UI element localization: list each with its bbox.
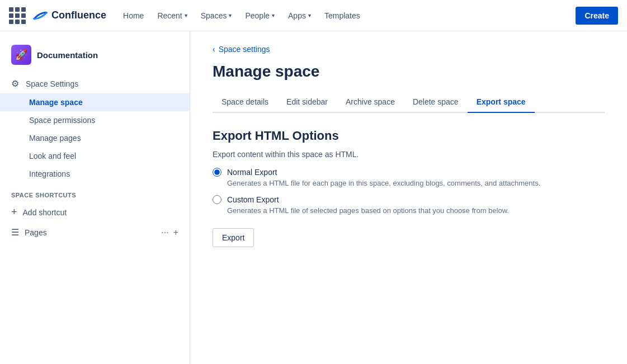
chevron-down-icon: ▾ xyxy=(185,12,187,18)
sidebar-pages-row[interactable]: ☰ Pages ··· + xyxy=(0,223,190,242)
sidebar-item-space-permissions[interactable]: Space permissions xyxy=(0,111,190,129)
app-switcher-button[interactable] xyxy=(9,7,26,24)
nav-templates[interactable]: Templates xyxy=(319,8,366,23)
tab-archive-space[interactable]: Archive space xyxy=(337,92,404,113)
sidebar-pages-left: ☰ Pages xyxy=(11,227,47,238)
normal-export-desc: Generates a HTML file for each page in t… xyxy=(213,179,605,187)
ellipsis-icon[interactable]: ··· xyxy=(161,228,168,238)
back-arrow-icon: ‹ xyxy=(213,45,215,54)
sidebar-item-manage-pages[interactable]: Manage pages xyxy=(0,129,190,147)
add-page-icon[interactable]: + xyxy=(173,228,178,238)
sidebar-item-look-and-feel[interactable]: Look and feel xyxy=(0,147,190,165)
tab-export-space[interactable]: Export space xyxy=(468,92,535,113)
custom-export-desc: Generates a HTML file of selected pages … xyxy=(213,206,605,215)
nav-apps[interactable]: Apps ▾ xyxy=(282,8,317,23)
sidebar-space-name: Documentation xyxy=(37,50,98,60)
tab-edit-sidebar[interactable]: Edit sidebar xyxy=(277,92,337,113)
chevron-down-icon: ▾ xyxy=(308,12,311,18)
chevron-down-icon: ▾ xyxy=(272,12,275,18)
nav-spaces[interactable]: Spaces ▾ xyxy=(195,8,238,23)
sidebar-item-integrations[interactable]: Integrations xyxy=(0,165,190,183)
topnav-links: Home Recent ▾ Spaces ▾ People ▾ Apps ▾ T… xyxy=(117,8,571,23)
normal-export-option: Normal Export Generates a HTML file for … xyxy=(213,168,605,187)
custom-export-label[interactable]: Custom Export xyxy=(213,195,605,204)
sidebar-item-space-settings[interactable]: ⚙ Space Settings xyxy=(0,74,190,93)
plus-icon: + xyxy=(11,206,17,218)
sidebar-pages-actions: ··· + xyxy=(161,228,178,238)
export-button[interactable]: Export xyxy=(213,228,254,247)
nav-home[interactable]: Home xyxy=(117,8,149,23)
nav-people[interactable]: People ▾ xyxy=(239,8,280,23)
custom-export-option: Custom Export Generates a HTML file of s… xyxy=(213,195,605,215)
page-title: Manage space xyxy=(213,63,605,81)
tabs-bar: Space details Edit sidebar Archive space… xyxy=(213,92,605,113)
pages-icon: ☰ xyxy=(11,227,19,238)
topnav-logo-text: Confluence xyxy=(51,10,106,21)
topnav-logo[interactable]: Confluence xyxy=(32,8,106,23)
shortcuts-section-label: SPACE SHORTCUTS xyxy=(0,183,190,202)
space-icon: 🚀 xyxy=(11,45,31,65)
add-shortcut-button[interactable]: + Add shortcut xyxy=(0,202,190,223)
gear-icon: ⚙ xyxy=(11,78,19,89)
normal-export-label[interactable]: Normal Export xyxy=(213,168,605,177)
tab-space-details[interactable]: Space details xyxy=(213,92,277,113)
nav-recent[interactable]: Recent ▾ xyxy=(152,8,192,23)
export-section-desc: Export content within this space as HTML… xyxy=(213,150,605,159)
main-content: ‹ Space settings Manage space Space deta… xyxy=(190,31,627,364)
normal-export-radio[interactable] xyxy=(213,168,221,177)
sidebar-item-manage-space[interactable]: Manage space xyxy=(0,93,190,111)
sidebar-space-header: 🚀 Documentation xyxy=(0,40,190,74)
chevron-down-icon: ▾ xyxy=(229,12,232,18)
export-options: Normal Export Generates a HTML file for … xyxy=(213,168,605,215)
export-section-title: Export HTML Options xyxy=(213,129,605,143)
custom-export-radio[interactable] xyxy=(213,195,221,204)
sidebar: 🚀 Documentation ⚙ Space Settings Manage … xyxy=(0,31,190,364)
tab-delete-space[interactable]: Delete space xyxy=(404,92,468,113)
create-button[interactable]: Create xyxy=(576,7,618,25)
breadcrumb[interactable]: ‹ Space settings xyxy=(213,45,605,54)
topnav: Confluence Home Recent ▾ Spaces ▾ People… xyxy=(0,0,627,31)
layout: 🚀 Documentation ⚙ Space Settings Manage … xyxy=(0,31,627,364)
